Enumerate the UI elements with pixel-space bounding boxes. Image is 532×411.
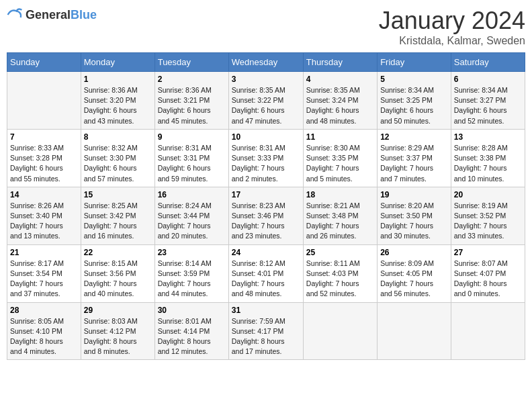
day-number: 22 <box>84 248 152 257</box>
calendar-table: SundayMondayTuesdayWednesdayThursdayFrid… <box>7 52 525 360</box>
weekday-header-thursday: Thursday <box>303 53 377 72</box>
calendar-week-row: 14Sunrise: 8:26 AM Sunset: 3:40 PM Dayli… <box>7 187 525 244</box>
calendar-cell: 28Sunrise: 8:05 AM Sunset: 4:10 PM Dayli… <box>7 302 81 360</box>
day-info: Sunrise: 8:25 AM Sunset: 3:42 PM Dayligh… <box>84 201 152 242</box>
calendar-cell: 19Sunrise: 8:20 AM Sunset: 3:50 PM Dayli… <box>378 187 451 244</box>
calendar-cell <box>378 302 451 360</box>
day-info: Sunrise: 8:29 AM Sunset: 3:37 PM Dayligh… <box>380 143 448 184</box>
day-number: 30 <box>158 306 226 315</box>
day-number: 15 <box>84 190 152 199</box>
calendar-cell: 9Sunrise: 8:31 AM Sunset: 3:31 PM Daylig… <box>154 129 228 187</box>
day-number: 16 <box>158 190 226 199</box>
day-number: 26 <box>380 248 448 257</box>
calendar-cell: 3Sunrise: 8:35 AM Sunset: 3:22 PM Daylig… <box>228 72 303 130</box>
day-info: Sunrise: 8:36 AM Sunset: 3:20 PM Dayligh… <box>84 85 152 126</box>
calendar-cell: 11Sunrise: 8:30 AM Sunset: 3:35 PM Dayli… <box>303 129 377 187</box>
title-area: January 2024 Kristdala, Kalmar, Sweden <box>379 7 525 47</box>
day-number: 19 <box>380 190 448 199</box>
day-number: 8 <box>84 132 152 142</box>
weekday-header-saturday: Saturday <box>451 53 525 72</box>
day-info: Sunrise: 8:28 AM Sunset: 3:38 PM Dayligh… <box>454 143 522 184</box>
weekday-header-row: SundayMondayTuesdayWednesdayThursdayFrid… <box>7 53 525 72</box>
day-info: Sunrise: 8:31 AM Sunset: 3:31 PM Dayligh… <box>158 143 226 184</box>
calendar-cell: 20Sunrise: 8:19 AM Sunset: 3:52 PM Dayli… <box>451 187 525 244</box>
day-number: 18 <box>306 190 374 199</box>
calendar-cell: 7Sunrise: 8:33 AM Sunset: 3:28 PM Daylig… <box>7 129 81 187</box>
day-info: Sunrise: 8:31 AM Sunset: 3:33 PM Dayligh… <box>232 143 300 184</box>
calendar-cell: 30Sunrise: 8:01 AM Sunset: 4:14 PM Dayli… <box>154 302 228 360</box>
calendar-cell: 26Sunrise: 8:09 AM Sunset: 4:05 PM Dayli… <box>378 244 451 302</box>
day-info: Sunrise: 8:14 AM Sunset: 3:59 PM Dayligh… <box>158 259 226 300</box>
calendar-cell <box>303 302 377 360</box>
day-number: 1 <box>84 75 152 84</box>
calendar-week-row: 28Sunrise: 8:05 AM Sunset: 4:10 PM Dayli… <box>7 302 525 360</box>
day-number: 4 <box>306 75 374 84</box>
weekday-header-friday: Friday <box>378 53 451 72</box>
day-info: Sunrise: 8:36 AM Sunset: 3:21 PM Dayligh… <box>158 85 226 126</box>
calendar-cell: 22Sunrise: 8:15 AM Sunset: 3:56 PM Dayli… <box>81 244 154 302</box>
calendar-cell: 24Sunrise: 8:12 AM Sunset: 4:01 PM Dayli… <box>228 244 303 302</box>
calendar-week-row: 21Sunrise: 8:17 AM Sunset: 3:54 PM Dayli… <box>7 244 525 302</box>
calendar-cell: 18Sunrise: 8:21 AM Sunset: 3:48 PM Dayli… <box>303 187 377 244</box>
logo-blue: Blue <box>71 8 97 21</box>
month-title: January 2024 <box>379 7 525 35</box>
day-info: Sunrise: 8:19 AM Sunset: 3:52 PM Dayligh… <box>454 201 522 242</box>
page-header: GeneralBlue January 2024 Kristdala, Kalm… <box>7 7 525 47</box>
location-title: Kristdala, Kalmar, Sweden <box>379 35 525 47</box>
day-info: Sunrise: 8:32 AM Sunset: 3:30 PM Dayligh… <box>84 143 152 184</box>
calendar-cell: 29Sunrise: 8:03 AM Sunset: 4:12 PM Dayli… <box>81 302 154 360</box>
day-number: 17 <box>232 190 300 199</box>
calendar-cell: 16Sunrise: 8:24 AM Sunset: 3:44 PM Dayli… <box>154 187 228 244</box>
calendar-cell: 8Sunrise: 8:32 AM Sunset: 3:30 PM Daylig… <box>81 129 154 187</box>
logo-text: GeneralBlue <box>26 8 97 22</box>
day-info: Sunrise: 8:20 AM Sunset: 3:50 PM Dayligh… <box>380 201 448 242</box>
day-info: Sunrise: 8:11 AM Sunset: 4:03 PM Dayligh… <box>306 259 374 300</box>
weekday-header-wednesday: Wednesday <box>228 53 303 72</box>
day-number: 6 <box>454 75 522 84</box>
day-number: 20 <box>454 190 522 199</box>
day-info: Sunrise: 8:05 AM Sunset: 4:10 PM Dayligh… <box>10 316 78 357</box>
day-info: Sunrise: 8:07 AM Sunset: 4:07 PM Dayligh… <box>454 259 522 300</box>
day-number: 21 <box>10 248 78 257</box>
day-info: Sunrise: 8:09 AM Sunset: 4:05 PM Dayligh… <box>380 259 448 300</box>
calendar-cell <box>451 302 525 360</box>
day-info: Sunrise: 8:35 AM Sunset: 3:24 PM Dayligh… <box>306 85 374 126</box>
calendar-cell: 2Sunrise: 8:36 AM Sunset: 3:21 PM Daylig… <box>154 72 228 130</box>
day-info: Sunrise: 8:15 AM Sunset: 3:56 PM Dayligh… <box>84 259 152 300</box>
calendar-cell: 10Sunrise: 8:31 AM Sunset: 3:33 PM Dayli… <box>228 129 303 187</box>
day-info: Sunrise: 8:34 AM Sunset: 3:25 PM Dayligh… <box>380 85 448 126</box>
calendar-cell: 5Sunrise: 8:34 AM Sunset: 3:25 PM Daylig… <box>378 72 451 130</box>
calendar-cell: 1Sunrise: 8:36 AM Sunset: 3:20 PM Daylig… <box>81 72 154 130</box>
day-info: Sunrise: 8:26 AM Sunset: 3:40 PM Dayligh… <box>10 201 78 242</box>
day-number: 25 <box>306 248 374 257</box>
day-number: 13 <box>454 132 522 142</box>
day-number: 11 <box>306 132 374 142</box>
day-info: Sunrise: 8:23 AM Sunset: 3:46 PM Dayligh… <box>232 201 300 242</box>
day-number: 31 <box>232 306 300 315</box>
day-info: Sunrise: 8:24 AM Sunset: 3:44 PM Dayligh… <box>158 201 226 242</box>
logo-icon <box>7 7 23 23</box>
weekday-header-tuesday: Tuesday <box>154 53 228 72</box>
day-info: Sunrise: 8:12 AM Sunset: 4:01 PM Dayligh… <box>232 259 300 300</box>
day-number: 10 <box>232 132 300 142</box>
calendar-cell: 4Sunrise: 8:35 AM Sunset: 3:24 PM Daylig… <box>303 72 377 130</box>
calendar-cell: 15Sunrise: 8:25 AM Sunset: 3:42 PM Dayli… <box>81 187 154 244</box>
day-info: Sunrise: 8:30 AM Sunset: 3:35 PM Dayligh… <box>306 143 374 184</box>
day-number: 9 <box>158 132 226 142</box>
day-number: 2 <box>158 75 226 84</box>
day-info: Sunrise: 8:35 AM Sunset: 3:22 PM Dayligh… <box>232 85 300 126</box>
day-number: 29 <box>84 306 152 315</box>
calendar-cell <box>7 72 81 130</box>
day-number: 3 <box>232 75 300 84</box>
logo: GeneralBlue <box>7 7 97 23</box>
calendar-week-row: 1Sunrise: 8:36 AM Sunset: 3:20 PM Daylig… <box>7 72 525 130</box>
day-number: 5 <box>380 75 448 84</box>
calendar-cell: 25Sunrise: 8:11 AM Sunset: 4:03 PM Dayli… <box>303 244 377 302</box>
day-number: 14 <box>10 190 78 199</box>
day-info: Sunrise: 8:34 AM Sunset: 3:27 PM Dayligh… <box>454 85 522 126</box>
day-number: 28 <box>10 306 78 315</box>
day-info: Sunrise: 8:21 AM Sunset: 3:48 PM Dayligh… <box>306 201 374 242</box>
day-number: 24 <box>232 248 300 257</box>
logo-general: General <box>26 8 71 21</box>
calendar-cell: 27Sunrise: 8:07 AM Sunset: 4:07 PM Dayli… <box>451 244 525 302</box>
